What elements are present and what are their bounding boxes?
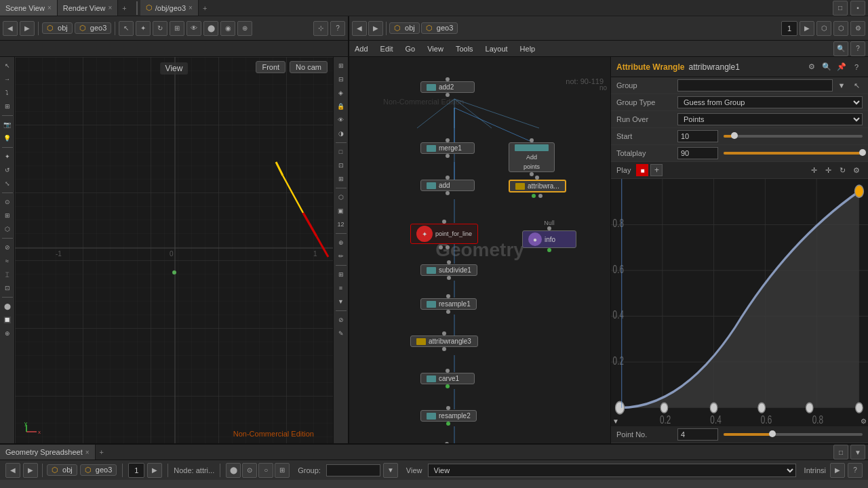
- ramp-add-control-pt[interactable]: ✛: [808, 164, 820, 176]
- ramp-expand-btn[interactable]: ▼: [612, 418, 619, 425]
- bottom-group-filter[interactable]: ▼: [383, 463, 398, 478]
- scene-help-icon[interactable]: ?: [330, 21, 345, 36]
- tool-anim[interactable]: ⊡: [1, 282, 14, 294]
- maximize-btn[interactable]: □: [833, 1, 848, 16]
- scene-tool-render[interactable]: ◉: [220, 21, 235, 36]
- tab-scene-view-close[interactable]: ×: [47, 4, 52, 12]
- node-carve1[interactable]: carve1: [420, 369, 475, 388]
- node-display-icon[interactable]: ⬡: [816, 21, 831, 36]
- breadcrumb-obj-right[interactable]: ⬡ obj: [389, 22, 420, 34]
- view-lock[interactable]: 🔒: [335, 100, 347, 113]
- node-add2-box[interactable]: add2: [420, 81, 475, 93]
- node-merge1[interactable]: merge1: [420, 138, 475, 158]
- menu-go[interactable]: Go: [400, 41, 421, 56]
- tab-obj-geo3[interactable]: ⬡ /obj/geo3 ×: [140, 0, 199, 16]
- play-stop-btn[interactable]: ■: [636, 164, 648, 176]
- attr-help-icon[interactable]: ?: [850, 61, 863, 73]
- breadcrumb-geo-right[interactable]: ⬡ geo3: [421, 22, 458, 34]
- scene-tool-eye[interactable]: 👁: [186, 21, 201, 36]
- bottom-view-select[interactable]: View: [428, 464, 796, 477]
- tool-points[interactable]: ⊙: [1, 196, 14, 208]
- attr-group-input[interactable]: [677, 79, 833, 92]
- bottom-display-icon3[interactable]: ○: [258, 463, 273, 478]
- bottom-back-btn[interactable]: ◀: [5, 463, 20, 478]
- view-handle[interactable]: ⊕: [335, 237, 347, 249]
- menu-view[interactable]: View: [422, 41, 449, 56]
- node-back-btn[interactable]: ◀: [352, 21, 367, 36]
- scene-canvas[interactable]: -1 0 1 View Front No cam Non-Commercial …: [15, 57, 333, 443]
- node-carve1-box[interactable]: carve1: [420, 373, 475, 384]
- attr-group-dropdown[interactable]: ▼: [835, 79, 848, 92]
- attr-point-no-slider[interactable]: [724, 433, 863, 436]
- view-snap2[interactable]: ✏: [335, 250, 347, 262]
- node-point-for-line-box[interactable]: ✦ point_for_line: [410, 224, 478, 244]
- node-add2[interactable]: add2: [420, 77, 475, 97]
- bottom-breadcrumb-geo[interactable]: ⬡ geo3: [80, 464, 117, 476]
- ramp-rotate-icon[interactable]: ↻: [836, 164, 848, 176]
- tool-view-only[interactable]: 🔲: [1, 314, 14, 326]
- node-subdivide1[interactable]: subdivide1: [420, 260, 477, 280]
- view-panels[interactable]: ⊞: [335, 173, 347, 185]
- tab-geometry-spreadsheet[interactable]: Geometry Spreadsheet ×: [0, 445, 96, 460]
- view-snap3[interactable]: ⊘: [335, 314, 347, 326]
- node-info[interactable]: Null ● info: [522, 220, 576, 252]
- tool-lasso[interactable]: ⤵: [1, 87, 14, 99]
- menu-edit[interactable]: Edit: [375, 41, 399, 56]
- menu-add[interactable]: Add: [349, 41, 374, 56]
- tool-marquee[interactable]: ⊞: [1, 100, 14, 113]
- bottom-display-icon4[interactable]: ⊞: [275, 463, 290, 478]
- node-resample1-box[interactable]: resample1: [420, 298, 477, 310]
- node-canvas[interactable]: Geometry not: 90-119 no Non-Commercial E…: [349, 57, 610, 443]
- attr-search-icon[interactable]: 🔍: [821, 61, 833, 73]
- tool-axis[interactable]: ⊕: [1, 327, 14, 340]
- node-resample2-box[interactable]: resample2: [420, 410, 477, 422]
- node-attribwrangle3-box[interactable]: attribwrangle3: [410, 336, 478, 347]
- tab-scene-view[interactable]: Scene View ×: [0, 0, 58, 16]
- node-add-box[interactable]: add: [420, 180, 475, 191]
- attr-pin-icon[interactable]: 📌: [835, 61, 848, 73]
- view-shading[interactable]: ◑: [335, 127, 347, 140]
- attr-group-type-select[interactable]: Guess from Group: [677, 96, 863, 108]
- view-eye[interactable]: 👁: [335, 114, 347, 126]
- tool-pose[interactable]: ⌶: [1, 268, 14, 281]
- node-resample2[interactable]: resample2: [420, 406, 477, 426]
- view-snap-obj[interactable]: ⊟: [335, 73, 347, 85]
- node-attribwrangle2[interactable]: ⬡ attribwrangle2: [410, 442, 484, 443]
- bottom-forward-btn[interactable]: ▶: [23, 463, 38, 478]
- tool-faces[interactable]: ⬡: [1, 223, 14, 235]
- bottom-help-btn[interactable]: ?: [848, 463, 863, 478]
- attr-start-slider[interactable]: [724, 135, 863, 138]
- tab-render-view-close[interactable]: ×: [108, 4, 113, 12]
- bottom-intrinsic-btn[interactable]: ▶: [830, 463, 845, 478]
- node-attribwrangle-box[interactable]: attribwra...: [509, 180, 566, 192]
- scene-snap-icon[interactable]: ⊹: [313, 21, 328, 36]
- node-help[interactable]: ?: [850, 41, 865, 56]
- scene-tool-rotate[interactable]: ↻: [153, 21, 167, 36]
- playback-icon[interactable]: ▶: [800, 21, 814, 36]
- tool-lights[interactable]: 💡: [1, 132, 14, 144]
- bottom-frame-number[interactable]: 1: [128, 463, 144, 478]
- bottom-panel-close[interactable]: ▼: [850, 445, 865, 460]
- node-forward-btn[interactable]: ▶: [368, 21, 383, 36]
- node-attribwrangle3[interactable]: attribwrangle3: [410, 331, 478, 351]
- ramp-settings-icon[interactable]: ⚙: [850, 164, 863, 176]
- ramp-area[interactable]: 0.2 0.4 0.6 0.8 0.2 0.4 0.6 0.8 ▼ ⚙: [611, 179, 868, 426]
- view-disp[interactable]: ⊞: [335, 268, 347, 281]
- tool-soft-xform[interactable]: ≈: [1, 255, 14, 267]
- bottom-tab-add[interactable]: +: [96, 448, 108, 456]
- node-add[interactable]: add: [420, 176, 475, 195]
- front-btn[interactable]: Front: [256, 61, 285, 73]
- tool-rotate[interactable]: ↺: [1, 164, 14, 176]
- forward-btn[interactable]: ▶: [20, 21, 35, 36]
- bottom-display-icon1[interactable]: ⬤: [226, 463, 241, 478]
- layout-btn[interactable]: ▪: [850, 1, 865, 16]
- tab-render-view[interactable]: Render View ×: [58, 0, 119, 16]
- tab-obj-geo3-close[interactable]: ×: [189, 4, 193, 12]
- ramp-settings-btn[interactable]: ⚙: [861, 418, 867, 425]
- tool-geo[interactable]: ⬤: [1, 300, 14, 312]
- scene-tool-transform[interactable]: ⊞: [170, 21, 184, 36]
- tool-scale[interactable]: ⤡: [1, 178, 14, 190]
- node-point-for-line[interactable]: ✦ point_for_line: [410, 220, 478, 249]
- bottom-playback[interactable]: ▶: [147, 463, 162, 478]
- scene-tool-move[interactable]: ✦: [136, 21, 151, 36]
